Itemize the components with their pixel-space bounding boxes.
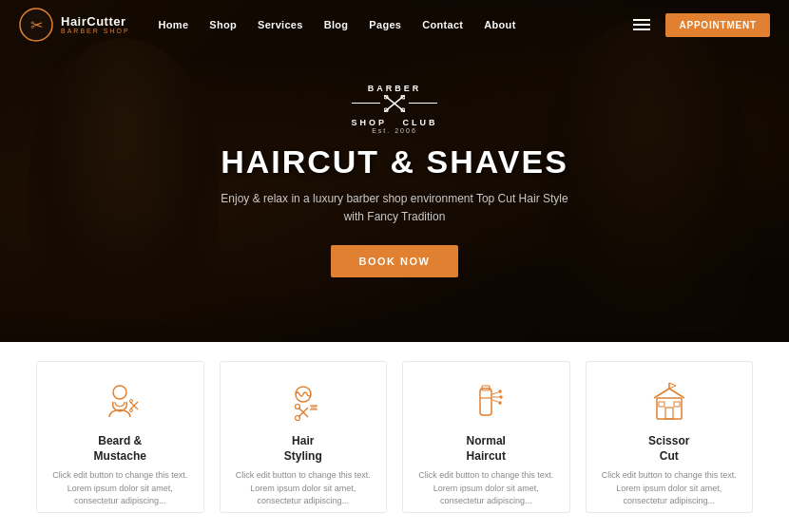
nav-right: Appointment bbox=[633, 13, 770, 37]
nav-pages[interactable]: Pages bbox=[369, 19, 401, 30]
service-desc-beard: Click edit button to change this text. L… bbox=[51, 469, 189, 508]
haircut-icon bbox=[461, 381, 510, 425]
hero-title: Haircut & Shaves bbox=[221, 143, 568, 180]
book-now-button[interactable]: Book Now bbox=[331, 245, 459, 277]
hamburger-icon[interactable] bbox=[633, 19, 650, 30]
hair-styling-icon bbox=[279, 381, 328, 425]
svg-rect-32 bbox=[657, 398, 682, 419]
nav-home[interactable]: Home bbox=[159, 19, 189, 30]
badge-barber: Barber bbox=[368, 84, 422, 93]
svg-text:✂: ✂ bbox=[30, 17, 43, 33]
nav-contact[interactable]: Contact bbox=[422, 19, 463, 30]
navbar: ✂ HairCutter Barber Shop Home Shop Servi… bbox=[0, 0, 789, 49]
brand-name: HairCutter bbox=[61, 15, 130, 28]
nav-about[interactable]: About bbox=[484, 19, 515, 30]
nav-services[interactable]: Services bbox=[258, 19, 303, 30]
nav-blog[interactable]: Blog bbox=[324, 19, 349, 30]
scissors-icon bbox=[384, 95, 405, 112]
badge-shop: Shop Club bbox=[352, 118, 438, 127]
svg-line-28 bbox=[492, 400, 498, 402]
service-card-hair: HairStyling Click edit button to change … bbox=[220, 361, 388, 513]
service-title-haircut: NormalHaircut bbox=[467, 434, 506, 464]
brand-sub: Barber Shop bbox=[61, 28, 130, 34]
service-desc-hair: Click edit button to change this text. L… bbox=[235, 469, 373, 508]
svg-point-12 bbox=[130, 409, 133, 412]
svg-rect-33 bbox=[665, 408, 673, 419]
logo-icon: ✂ bbox=[19, 8, 53, 42]
logo-text: HairCutter Barber Shop bbox=[61, 15, 130, 34]
service-card-beard: Beard &Mustache Click edit button to cha… bbox=[36, 361, 204, 513]
service-card-scissor: ScissorCut Click edit button to change t… bbox=[586, 361, 754, 513]
badge-since: Est. 2006 bbox=[372, 127, 417, 134]
svg-point-16 bbox=[295, 405, 299, 409]
svg-rect-34 bbox=[659, 402, 664, 407]
barber-badge: Barber Shop Club Est. 2006 bbox=[352, 84, 438, 134]
service-card-haircut: NormalHaircut Click edit button to chang… bbox=[402, 361, 570, 513]
svg-point-29 bbox=[499, 390, 501, 392]
service-desc-scissor: Click edit button to change this text. L… bbox=[601, 469, 739, 508]
svg-point-31 bbox=[499, 402, 501, 404]
nav-links: Home Shop Services Blog Pages Contact Ab… bbox=[159, 19, 634, 30]
svg-rect-35 bbox=[674, 402, 680, 407]
hero-section: ✂ HairCutter Barber Shop Home Shop Servi… bbox=[0, 0, 789, 342]
svg-point-17 bbox=[295, 416, 299, 421]
beard-icon bbox=[95, 381, 144, 425]
service-title-hair: HairStyling bbox=[284, 434, 322, 464]
svg-point-30 bbox=[500, 396, 502, 398]
nav-shop[interactable]: Shop bbox=[209, 19, 237, 30]
service-desc-haircut: Click edit button to change this text. L… bbox=[417, 469, 555, 508]
services-section: Beard &Mustache Click edit button to cha… bbox=[0, 342, 789, 532]
logo: ✂ HairCutter Barber Shop bbox=[19, 8, 130, 42]
hero-subtitle: Enjoy & relax in a luxury barber shop en… bbox=[221, 190, 568, 226]
hero-content: Barber Shop Club Est. 2006 Haircut & Sha… bbox=[0, 0, 789, 342]
service-title-scissor: ScissorCut bbox=[648, 434, 689, 464]
svg-point-8 bbox=[113, 386, 126, 399]
svg-rect-23 bbox=[480, 389, 491, 415]
svg-line-26 bbox=[492, 392, 498, 394]
appointment-button[interactable]: Appointment bbox=[665, 13, 770, 37]
svg-marker-37 bbox=[669, 383, 676, 389]
scissor-cut-icon bbox=[645, 381, 694, 425]
service-title-beard: Beard &Mustache bbox=[94, 434, 146, 464]
svg-point-11 bbox=[130, 400, 133, 403]
scissors-cross bbox=[352, 95, 437, 112]
